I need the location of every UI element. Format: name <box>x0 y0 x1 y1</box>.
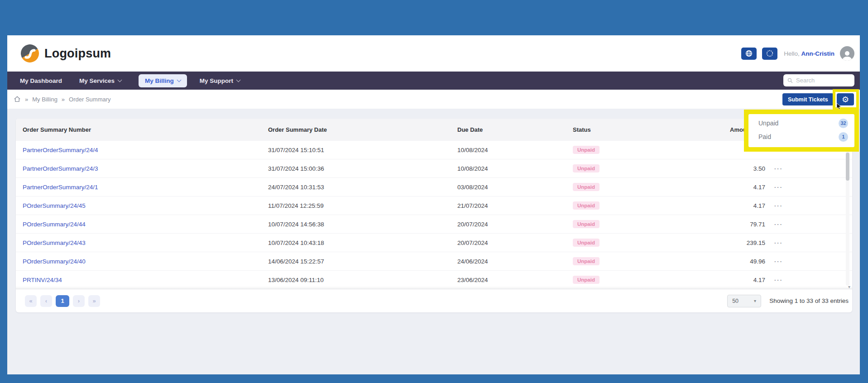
greeting-prefix: Hello, <box>784 50 800 57</box>
status-badge: Unpaid <box>573 201 599 210</box>
gear-icon: ⚙ <box>842 96 849 104</box>
order-summary-date-cell: 10/07/2024 10:43:18 <box>268 239 457 246</box>
order-summary-date-cell: 31/07/2024 15:00:36 <box>268 165 457 172</box>
page-first-button[interactable]: « <box>25 295 37 307</box>
language-globe-button[interactable] <box>741 48 757 60</box>
scroll-down-icon[interactable]: ▾ <box>848 284 850 289</box>
table-row: POrderSummary/24/40 14/06/2024 15:22:57 … <box>16 252 852 271</box>
paid-count-badge: 1 <box>839 132 848 142</box>
page-prev-button[interactable]: ‹ <box>40 295 52 307</box>
order-number-link[interactable]: POrderSummary/24/43 <box>23 239 86 246</box>
nav-my-billing[interactable]: My Billing <box>139 74 187 87</box>
settings-gear-button[interactable]: ⚙ <box>837 93 854 105</box>
table-scrollbar[interactable] <box>846 143 849 286</box>
order-number-link[interactable]: POrderSummary/24/45 <box>23 202 86 209</box>
submit-tickets-button[interactable]: Submit Tickets <box>782 93 834 105</box>
table-row: PRTINV/24/34 13/06/2024 09:11:10 23/06/2… <box>16 271 852 289</box>
order-number-link[interactable]: POrderSummary/24/44 <box>23 221 86 228</box>
caret-down-icon: ▾ <box>754 298 756 303</box>
pagination: « ‹ 1 › » <box>25 295 100 307</box>
table-row: POrderSummary/24/44 10/07/2024 14:56:38 … <box>16 215 852 234</box>
chevron-down-icon <box>118 77 122 82</box>
filter-option-unpaid[interactable]: Unpaid 32 <box>748 116 854 130</box>
page-last-button[interactable]: » <box>88 295 100 307</box>
app-window: Logoipsum Hello, Ann-Cristin <box>7 35 860 374</box>
breadcrumb: » My Billing » Order Summary <box>7 90 860 109</box>
table-body: PartnerOrderSummary/24/4 31/07/2024 15:1… <box>16 141 852 289</box>
due-date-cell: 03/08/2024 <box>457 184 573 191</box>
nav-my-support[interactable]: My Support <box>200 77 240 84</box>
due-date-cell: 23/06/2024 <box>457 277 573 283</box>
breadcrumb-separator: » <box>25 96 28 103</box>
nav-my-dashboard[interactable]: My Dashboard <box>20 77 62 84</box>
status-badge: Unpaid <box>573 276 599 284</box>
search-input[interactable] <box>796 77 850 84</box>
row-actions-button[interactable]: ··· <box>765 202 783 209</box>
username: Ann-Cristin <box>801 50 835 57</box>
logo-text: Logoipsum <box>44 47 111 61</box>
person-icon <box>841 50 853 61</box>
order-number-link[interactable]: PartnerOrderSummary/24/4 <box>23 147 98 153</box>
showing-entries-text: Showing 1 to 33 of 33 entries <box>769 297 849 304</box>
order-summary-date-cell: 14/06/2024 15:22:57 <box>268 258 457 265</box>
status-badge: Unpaid <box>573 257 599 265</box>
order-summary-date-cell: 10/07/2024 14:56:38 <box>268 221 457 228</box>
search-icon <box>787 77 793 84</box>
table-row: POrderSummary/24/45 11/07/2024 12:25:59 … <box>16 196 852 215</box>
topbar: Logoipsum Hello, Ann-Cristin <box>7 35 860 72</box>
breadcrumb-separator: » <box>62 96 65 103</box>
page-next-button[interactable]: › <box>73 295 85 307</box>
amount-cell: 3.50 <box>704 165 765 172</box>
col-status: Status <box>573 126 704 133</box>
col-due-date: Due Date <box>457 126 573 133</box>
page-size-select[interactable]: 50 ▾ <box>727 295 761 307</box>
order-number-link[interactable]: POrderSummary/24/40 <box>23 258 86 265</box>
row-actions-button[interactable]: ··· <box>765 184 783 191</box>
row-actions-button[interactable]: ··· <box>765 239 783 246</box>
table-footer: « ‹ 1 › » 50 ▾ Showing 1 to 33 of 33 ent… <box>16 289 852 312</box>
table-header: Order Summary Number Order Summary Date … <box>16 119 852 141</box>
breadcrumb-order-summary: Order Summary <box>69 96 110 103</box>
order-number-link[interactable]: PartnerOrderSummary/24/3 <box>23 165 98 172</box>
avatar[interactable] <box>840 46 854 61</box>
nav-my-services[interactable]: My Services <box>79 77 121 84</box>
status-filter-dropdown: Unpaid 32 Paid 1 <box>748 114 854 147</box>
row-actions-button[interactable]: ··· <box>765 277 783 283</box>
search-box[interactable] <box>783 74 854 86</box>
due-date-cell: 10/08/2024 <box>457 147 573 153</box>
home-icon[interactable] <box>14 96 21 103</box>
row-actions-button[interactable]: ··· <box>765 165 783 172</box>
status-badge: Unpaid <box>573 164 599 172</box>
order-summary-date-cell: 11/07/2024 12:25:59 <box>268 202 457 209</box>
due-date-cell: 24/06/2024 <box>457 258 573 265</box>
status-badge: Unpaid <box>573 183 599 191</box>
status-badge: Unpaid <box>573 146 599 154</box>
nav-label: My Billing <box>145 77 174 84</box>
table-row: PartnerOrderSummary/24/4 31/07/2024 15:1… <box>16 141 852 159</box>
amount-cell: 4.17 <box>704 277 765 283</box>
row-actions-button[interactable]: ··· <box>765 258 783 265</box>
chevron-down-icon <box>236 77 241 82</box>
order-number-link[interactable]: PRTINV/24/34 <box>23 277 62 283</box>
dropdown-highlight-annotation: Unpaid 32 Paid 1 <box>744 110 859 152</box>
filter-option-paid[interactable]: Paid 1 <box>748 130 854 144</box>
amount-cell: 4.17 <box>704 184 765 191</box>
eu-flag-button[interactable] <box>762 48 777 60</box>
amount-cell: 49.96 <box>704 258 765 265</box>
order-number-link[interactable]: PartnerOrderSummary/24/1 <box>23 184 98 191</box>
due-date-cell: 20/07/2024 <box>457 221 573 228</box>
table-row: PartnerOrderSummary/24/1 24/07/2024 10:3… <box>16 178 852 196</box>
order-summary-date-cell: 13/06/2024 09:11:10 <box>268 277 457 283</box>
nav-label: My Support <box>200 77 233 84</box>
amount-cell: 4.17 <box>704 202 765 209</box>
amount-cell: 79.71 <box>704 221 765 228</box>
breadcrumb-my-billing[interactable]: My Billing <box>32 96 58 103</box>
order-summary-date-cell: 24/07/2024 10:31:53 <box>268 184 457 191</box>
order-summary-date-cell: 31/07/2024 15:10:51 <box>268 147 457 153</box>
chevron-down-icon <box>177 77 181 82</box>
footer-right: 50 ▾ Showing 1 to 33 of 33 entries <box>727 295 849 307</box>
due-date-cell: 10/08/2024 <box>457 165 573 172</box>
row-actions-button[interactable]: ··· <box>765 221 783 228</box>
page-1-button[interactable]: 1 <box>56 295 69 307</box>
scrollbar-thumb[interactable] <box>846 153 849 181</box>
